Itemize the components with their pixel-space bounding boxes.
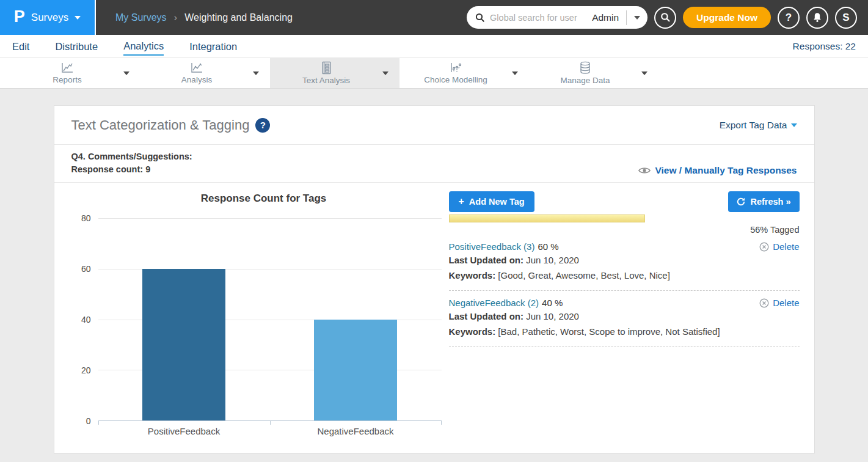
user-avatar[interactable]: S (835, 7, 857, 29)
subnav-label: Reports (53, 75, 81, 84)
tagged-progress-bar (449, 215, 800, 222)
search-button[interactable] (654, 7, 676, 29)
question-row: Q4. Comments/Suggestions: Response count… (54, 145, 814, 183)
x-axis-label: NegativeFeedback (270, 426, 442, 436)
tab-edit[interactable]: Edit (12, 37, 29, 55)
subnav-label: Text Analysis (302, 76, 350, 85)
top-header: P Surveys My Surveys › Weighting and Bal… (0, 0, 868, 35)
tag-percent: 40 % (542, 298, 563, 308)
global-search-bar[interactable]: Admin (467, 6, 647, 29)
chart-plot-area: 806040200 (68, 218, 442, 421)
subnav-label: Analysis (181, 75, 212, 84)
questionpro-logo-icon: P (14, 9, 25, 25)
product-label: Surveys (31, 12, 68, 24)
y-axis-tick-label: 60 (81, 264, 91, 274)
tag-name-link[interactable]: PositiveFeedback (3) (449, 241, 535, 252)
bar-NegativeFeedback[interactable] (314, 320, 397, 421)
chart-y-axis: 806040200 (68, 218, 98, 421)
search-icon (475, 13, 485, 23)
tagged-progress-fill (449, 215, 645, 222)
chevron-down-icon[interactable] (641, 72, 647, 75)
responses-count: Responses: 22 (793, 41, 856, 52)
chevron-down-icon[interactable] (123, 72, 129, 75)
keywords-value: [Bad, Pathetic, Worst, Scope to improve,… (495, 326, 720, 337)
tab-analytics[interactable]: Analytics (123, 37, 164, 56)
bar-PositiveFeedback[interactable] (142, 269, 225, 420)
delete-label: Delete (773, 241, 799, 252)
breadcrumb-separator-icon: › (174, 12, 178, 24)
tab-integration[interactable]: Integration (189, 37, 237, 55)
chart-title: Response Count for Tags (68, 193, 442, 205)
circle-x-icon (759, 242, 769, 252)
upgrade-now-button[interactable]: Upgrade Now (683, 7, 771, 28)
subnav-text-analysis[interactable]: Text Analysis (270, 58, 399, 88)
search-scope-select[interactable]: Admin (592, 12, 619, 23)
refresh-button[interactable]: Refresh » (728, 191, 799, 212)
survey-section-nav: Edit Distribute Analytics Integration Re… (0, 35, 868, 58)
search-icon (660, 12, 671, 23)
x-axis-tick (270, 420, 271, 425)
chevron-down-icon[interactable] (382, 72, 388, 75)
chevron-down-icon (75, 16, 81, 20)
page-title: Text Categorization & Tagging (71, 117, 250, 133)
delete-tag-button[interactable]: Delete (759, 241, 799, 252)
product-switcher[interactable]: P Surveys (0, 0, 96, 35)
x-axis-tick (441, 420, 442, 425)
title-help-icon[interactable]: ? (255, 118, 270, 133)
tag-entry-negative-feedback: NegativeFeedback (2) 40 % Delete Last Up… (449, 291, 800, 347)
help-button[interactable]: ? (778, 7, 800, 29)
chart-plot (98, 218, 442, 421)
plus-icon: + (459, 197, 464, 207)
database-icon (578, 61, 592, 75)
search-scope-caret-icon[interactable] (634, 16, 640, 20)
eye-icon (638, 166, 651, 175)
tag-name-link[interactable]: NegativeFeedback (2) (449, 298, 539, 308)
notifications-button[interactable] (806, 7, 828, 29)
chevron-down-icon[interactable] (253, 72, 259, 75)
delete-tag-button[interactable]: Delete (759, 298, 799, 308)
header-actions: Admin Upgrade Now ? S (467, 0, 857, 35)
tag-panel: + Add New Tag Refresh » 56% T (449, 183, 800, 436)
chart-bars (98, 218, 442, 420)
tagged-percent-label: 56% Tagged (750, 225, 799, 235)
view-manually-tag-label: View / Manually Tag Responses (655, 165, 797, 176)
breadcrumb-my-surveys[interactable]: My Surveys (115, 12, 167, 23)
tag-percent: 60 % (538, 241, 558, 252)
card-content: Response Count for Tags 806040200 Positi… (54, 183, 814, 436)
refresh-label: Refresh » (750, 197, 790, 207)
breadcrumb: My Surveys › Weighting and Balancing (115, 12, 293, 24)
tag-entry-positive-feedback: PositiveFeedback (3) 60 % Delete Last Up… (449, 235, 800, 291)
search-divider (626, 10, 627, 25)
subnav-analysis[interactable]: Analysis (140, 58, 270, 88)
export-tag-data-menu[interactable]: Export Tag Data (720, 120, 797, 131)
x-axis-label: PositiveFeedback (98, 426, 270, 436)
page-body: Text Categorization & Tagging ? Export T… (0, 89, 868, 462)
y-axis-tick-label: 40 (81, 315, 91, 324)
choice-modelling-chart-icon (448, 62, 463, 74)
y-axis-tick-label: 0 (86, 416, 91, 426)
chevron-down-icon[interactable] (512, 72, 518, 75)
export-tag-data-label: Export Tag Data (720, 120, 787, 131)
x-axis-tick (98, 420, 99, 425)
card-header: Text Categorization & Tagging ? Export T… (54, 106, 814, 145)
subnav-label: Manage Data (560, 76, 610, 85)
global-search-input[interactable] (490, 13, 587, 23)
last-updated-label: Last Updated on: (449, 311, 524, 321)
text-analysis-document-icon (320, 61, 332, 75)
view-manually-tag-link[interactable]: View / Manually Tag Responses (638, 165, 797, 176)
keywords-value: [Good, Great, Awesome, Best, Love, Nice] (495, 270, 670, 280)
subnav-reports[interactable]: Reports (11, 58, 140, 88)
tab-distribute[interactable]: Distribute (55, 37, 98, 55)
subnav-manage-data[interactable]: Manage Data (529, 58, 658, 88)
question-label: Q4. Comments/Suggestions: (71, 150, 192, 163)
add-new-tag-button[interactable]: + Add New Tag (449, 191, 534, 212)
keywords-label: Keywords: (449, 326, 496, 337)
response-count-chart: Response Count for Tags 806040200 Positi… (68, 183, 442, 436)
delete-label: Delete (773, 298, 799, 308)
text-tagging-card: Text Categorization & Tagging ? Export T… (54, 105, 815, 453)
question-response-count: Response count: 9 (71, 163, 192, 176)
y-axis-tick-label: 80 (81, 213, 91, 223)
subnav-choice-modelling[interactable]: Choice Modelling (399, 58, 529, 88)
bell-icon (812, 12, 822, 23)
refresh-icon (737, 197, 745, 206)
